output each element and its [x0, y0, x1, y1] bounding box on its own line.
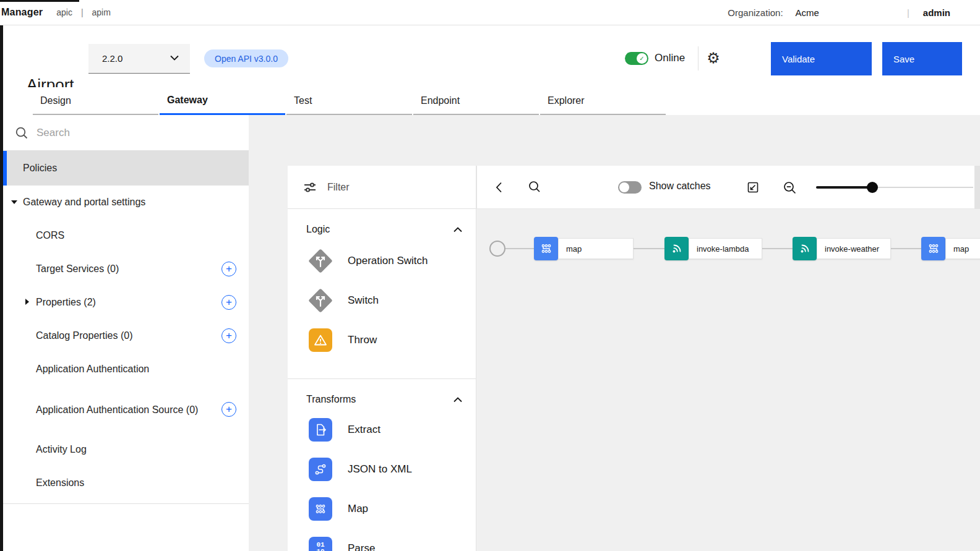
tab-gateway[interactable]: Gateway — [160, 87, 285, 115]
sidebar-item-properties[interactable]: Properties (2) + — [3, 286, 249, 319]
palette-item-map[interactable]: Map — [288, 489, 476, 529]
flow-node-label[interactable]: map — [558, 238, 634, 259]
api-header: Airport 2.2.0 Open API v3.0.0 ✓ Online ⚙… — [3, 25, 980, 87]
flow-connector — [505, 248, 534, 249]
section-title: Logic — [306, 224, 330, 235]
sidebar-item-policies[interactable]: Policies — [3, 151, 249, 186]
palette-item-operation-switch[interactable]: Operation Switch — [288, 241, 476, 281]
sidebar-item-label: Application Authentication — [36, 364, 149, 375]
canvas-toolbar: Show catches — [476, 166, 974, 209]
palette-section-transforms: Transforms — [288, 379, 476, 410]
version-select[interactable]: 2.2.0 — [88, 44, 190, 74]
sidebar-item-label: Application Authentication Source (0) — [36, 402, 213, 417]
flow-node-label[interactable]: map — [945, 238, 980, 259]
node-label-text: invoke-weather — [825, 244, 879, 254]
search-input[interactable] — [37, 127, 210, 139]
search-icon — [15, 126, 28, 140]
extract-icon — [314, 423, 327, 437]
sidebar-item-extensions[interactable]: Extensions — [3, 466, 249, 500]
map-icon — [539, 242, 553, 255]
chevron-up-icon[interactable] — [453, 227, 462, 233]
scrollbar[interactable] — [974, 166, 980, 209]
tab-design[interactable]: Design — [33, 87, 158, 115]
add-icon[interactable]: + — [221, 295, 236, 310]
palette-item-label: Switch — [348, 294, 379, 307]
back-chevron-icon[interactable] — [496, 182, 502, 193]
organization-name[interactable]: Acme — [796, 7, 819, 18]
app-title: Manager — [1, 7, 43, 18]
flow-node-map-2[interactable] — [921, 237, 945, 260]
save-button[interactable]: Save — [882, 42, 962, 75]
add-icon[interactable]: + — [221, 262, 236, 276]
sidebar-item-label: Extensions — [36, 477, 84, 489]
palette-item-json-to-xml[interactable]: JSON to XML — [288, 450, 476, 489]
sidebar-item-label: CORS — [36, 230, 64, 241]
palette-item-label: Throw — [348, 334, 377, 346]
sidebar-item-label: Gateway and portal settings — [23, 197, 145, 208]
zoom-out-icon[interactable] — [783, 181, 797, 195]
flow-start-node[interactable] — [489, 241, 505, 257]
branch-diamond-icon — [307, 247, 334, 275]
organization-label: Organization: — [728, 7, 783, 18]
sidebar-item-activity-log[interactable]: Activity Log — [3, 433, 249, 466]
validate-button[interactable]: Validate — [771, 42, 872, 75]
node-label-text: invoke-lambda — [697, 244, 749, 254]
caret-down-icon[interactable] — [11, 200, 17, 204]
nav-link-apic[interactable]: apic — [56, 7, 72, 17]
toggle-knob-check-icon: ✓ — [637, 53, 647, 64]
zoom-slider-handle[interactable] — [867, 182, 878, 193]
node-label-text: map — [566, 244, 582, 254]
parse-icon: 0110 — [316, 542, 324, 551]
topbar-right: Organization: Acme | admin — [728, 7, 950, 18]
warning-icon — [313, 333, 328, 348]
gear-icon[interactable]: ⚙ — [705, 49, 722, 67]
nav-link-apim[interactable]: apim — [92, 7, 111, 17]
filter-control[interactable]: Filter — [288, 166, 476, 209]
search-icon[interactable] — [528, 180, 541, 194]
flow-connector — [634, 248, 664, 249]
sidebar-item-target-services[interactable]: Target Services (0) + — [3, 252, 249, 286]
add-icon[interactable]: + — [221, 328, 236, 343]
show-catches-toggle[interactable] — [618, 181, 642, 194]
flow-node-label[interactable]: invoke-lambda — [689, 238, 762, 259]
tab-endpoint[interactable]: Endpoint — [413, 87, 539, 115]
sidebar-item-cors[interactable]: CORS — [3, 219, 249, 252]
zoom-slider[interactable] — [816, 187, 973, 188]
caret-right-icon[interactable] — [25, 299, 29, 305]
flow-node-label[interactable]: invoke-weather — [817, 238, 891, 259]
palette-item-label: Map — [348, 503, 368, 515]
openapi-version-badge: Open API v3.0.0 — [204, 49, 288, 67]
filter-label: Filter — [327, 182, 350, 193]
user-menu[interactable]: admin — [923, 7, 950, 18]
flow-node-invoke-lambda[interactable] — [664, 237, 689, 260]
fit-to-screen-icon[interactable] — [747, 181, 759, 194]
sidebar-item-catalog-properties[interactable]: Catalog Properties (0) + — [3, 319, 249, 352]
palette-item-parse[interactable]: 0110 Parse — [288, 529, 476, 551]
flow-node-invoke-weather[interactable] — [793, 237, 817, 260]
sidebar-item-label: Activity Log — [36, 444, 87, 455]
invoke-icon — [798, 242, 812, 255]
tab-test[interactable]: Test — [286, 87, 412, 115]
map-icon — [927, 242, 940, 255]
chevron-up-icon[interactable] — [453, 397, 462, 403]
sidebar-search-row — [3, 115, 249, 151]
sidebar-item-application-authentication-source[interactable]: Application Authentication Source (0) + — [3, 386, 249, 433]
sidebar-item-application-authentication[interactable]: Application Authentication — [3, 352, 249, 386]
palette-item-throw[interactable]: Throw — [288, 320, 476, 360]
sidebar-item-gateway-portal-settings[interactable]: Gateway and portal settings — [3, 186, 249, 219]
palette-item-extract[interactable]: Extract — [288, 410, 476, 450]
map-icon — [314, 502, 327, 516]
node-label-text: map — [953, 244, 969, 254]
flow-connector — [891, 248, 921, 249]
policy-palette: Filter Logic Operation Switch Switch — [288, 166, 476, 551]
invoke-icon — [670, 242, 684, 255]
top-edge-artifact — [0, 0, 79, 2]
sidebar-item-label: Target Services (0) — [36, 263, 119, 275]
flow-connector — [762, 248, 793, 249]
sidebar-item-label: Catalog Properties (0) — [36, 330, 133, 341]
online-toggle[interactable]: ✓ — [625, 52, 648, 65]
add-icon[interactable]: + — [221, 402, 236, 417]
palette-item-switch[interactable]: Switch — [288, 281, 476, 320]
flow-node-map-1[interactable] — [534, 237, 558, 260]
tab-explorer[interactable]: Explorer — [540, 87, 666, 115]
